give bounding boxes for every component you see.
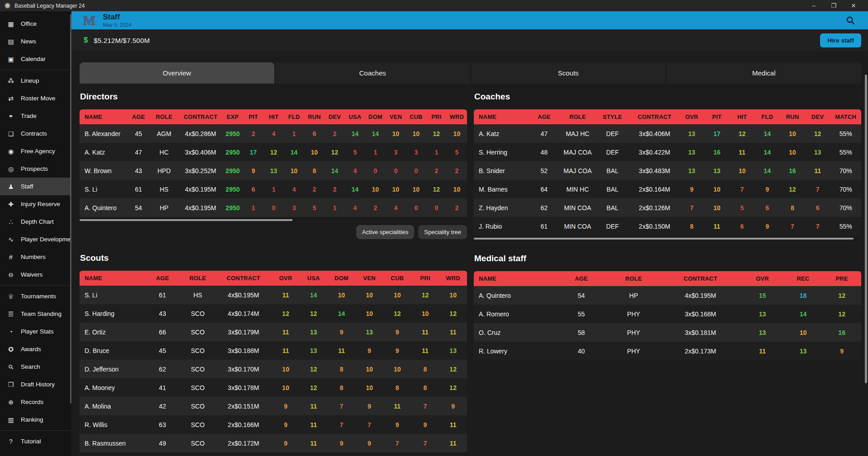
table-row[interactable]: S. Li61HS4x$0.195M295061422141010101210 (80, 180, 467, 198)
column-header-dom[interactable]: DOM (327, 271, 355, 286)
table-row[interactable]: D. Jefferson62SCO3x$0.170M101281010812 (80, 360, 467, 378)
column-header-pre[interactable]: PRE (822, 271, 861, 286)
column-header-style[interactable]: STYLE (595, 109, 630, 124)
column-header-name[interactable]: NAME (474, 109, 528, 124)
column-header-role[interactable]: ROLE (560, 109, 595, 124)
column-header-ven[interactable]: VEN (355, 271, 383, 286)
tab-medical[interactable]: Medical (666, 62, 861, 84)
sidebar-item-prospects[interactable]: ◎Prospects (0, 160, 71, 178)
table-row[interactable]: E. Ortiz66SCO3x$0.179M111391391111 (80, 323, 467, 341)
table-row[interactable]: B. Snider52MAJ COABAL3x$0.483M1313101416… (474, 161, 861, 180)
sidebar-item-team-standing[interactable]: ☰Team Standing (0, 305, 71, 323)
sidebar-item-player-stats[interactable]: ◔Player Stats (0, 323, 71, 340)
column-header-usa[interactable]: USA (300, 271, 328, 286)
column-header-pit[interactable]: PIT (243, 109, 264, 124)
sidebar-item-awards[interactable]: ✪Awards (0, 340, 71, 358)
coaches-hscrollbar[interactable] (474, 238, 854, 240)
column-header-dev[interactable]: DEV (325, 109, 345, 124)
table-row[interactable]: S. Harding43SCO4x$0.174M12121410121012 (80, 304, 467, 323)
tab-coaches[interactable]: Coaches (275, 62, 471, 84)
sidebar-item-numbers[interactable]: #Numbers (0, 248, 71, 266)
column-header-name[interactable]: NAME (80, 109, 127, 124)
column-header-match[interactable]: MATCH (830, 109, 861, 124)
table-row[interactable]: R. Willis63SCO2x$0.166M911779911 (80, 415, 467, 434)
column-header-fld[interactable]: FLD (755, 109, 780, 124)
table-row[interactable]: A. Romero55PHY3x$0.168M131412 (474, 305, 861, 323)
column-header-cub[interactable]: CUB (406, 109, 426, 124)
table-row[interactable]: A. Molina42SCO2x$0.151M911791179 (80, 397, 467, 415)
table-row[interactable]: O. Cruz58PHY3x$0.181M131016 (474, 323, 861, 342)
column-header-contract[interactable]: CONTRACT (179, 109, 222, 124)
column-header-ovr[interactable]: OVR (741, 271, 783, 286)
column-header-exp[interactable]: EXP (222, 109, 243, 124)
close-button[interactable]: ✕ (844, 2, 863, 9)
minimize-button[interactable]: – (804, 2, 824, 9)
table-row[interactable]: S. Li61HS4x$0.195M11141010101210 (80, 286, 467, 304)
column-header-dom[interactable]: DOM (365, 109, 386, 124)
search-icon[interactable] (844, 14, 856, 26)
column-header-dev[interactable]: DEV (805, 109, 830, 124)
content-scrollbar[interactable] (865, 75, 867, 383)
table-row[interactable]: B. Alexander45AGM4x$0.286M29502416214141… (80, 124, 467, 143)
column-header-fld[interactable]: FLD (284, 109, 304, 124)
column-header-contract[interactable]: CONTRACT (630, 109, 679, 124)
column-header-name[interactable]: NAME (80, 271, 145, 286)
sidebar-item-staff[interactable]: ♟Staff (0, 178, 71, 195)
column-header-run[interactable]: RUN (304, 109, 325, 124)
table-row[interactable]: A. Katz47HC3x$0.406M29501712141012513315 (80, 143, 467, 161)
table-row[interactable]: A. Quintero54HP4x$0.195M295010351424002 (80, 198, 467, 217)
column-header-pri[interactable]: PRI (426, 109, 447, 124)
table-row[interactable]: B. Rasmussen49SCO2x$0.172M911997711 (80, 434, 467, 452)
column-header-ovr[interactable]: OVR (272, 271, 300, 286)
column-header-role[interactable]: ROLE (180, 271, 215, 286)
sidebar-item-lineup[interactable]: ⁂Lineup (0, 72, 71, 89)
table-row[interactable]: D. Bruce45SCO3x$0.188M111311991113 (80, 341, 467, 360)
table-row[interactable]: J. Rubio61MIN COADEF2x$0.150M811697755% (474, 217, 861, 235)
sidebar-item-feedback[interactable]: ❞Feedback (0, 450, 71, 456)
table-row[interactable]: A. Mooney41SCO3x$0.178M10128108812 (80, 378, 467, 397)
sidebar-item-contracts[interactable]: ❏Contracts (0, 125, 71, 142)
sidebar-item-depth-chart[interactable]: ∴Depth Chart (0, 213, 71, 230)
sidebar-item-search[interactable]: ⚲Search (0, 358, 71, 376)
column-header-age[interactable]: AGE (127, 109, 149, 124)
column-header-usa[interactable]: USA (345, 109, 365, 124)
sidebar-item-office[interactable]: ▦Office (0, 15, 71, 33)
column-header-hit[interactable]: HIT (730, 109, 755, 124)
table-row[interactable]: Z. Hayden62MIN COABAL2x$0.126M710568670% (474, 198, 861, 217)
sidebar-item-records[interactable]: ⊕Records (0, 393, 71, 411)
table-row[interactable]: A. Katz47MAJ HCDEF3x$0.406M1317121410125… (474, 124, 861, 143)
hire-staff-button[interactable]: Hire staff (820, 33, 861, 47)
sidebar-item-tournaments[interactable]: ♕Tournaments (0, 287, 71, 305)
sidebar-item-waivers[interactable]: ⊖Waivers (0, 266, 71, 283)
sidebar-item-trade[interactable]: ⚭Trade (0, 107, 71, 125)
column-header-ovr[interactable]: OVR (679, 109, 704, 124)
column-header-role[interactable]: ROLE (608, 271, 660, 286)
sidebar-item-injury-reserve[interactable]: ✚Injury Reserve (0, 195, 71, 213)
column-header-ven[interactable]: VEN (386, 109, 406, 124)
sidebar-item-news[interactable]: ▤News (0, 33, 71, 50)
column-header-wrd[interactable]: WRD (439, 271, 467, 286)
tab-scouts[interactable]: Scouts (471, 62, 667, 84)
column-header-role[interactable]: ROLE (149, 109, 179, 124)
active-specialities-button[interactable]: Active specialities (356, 225, 415, 239)
column-header-rec[interactable]: REC (784, 271, 823, 286)
sidebar-item-tutorial[interactable]: ?Tutorial (0, 432, 71, 450)
column-header-name[interactable]: NAME (474, 271, 555, 286)
sidebar-item-draft-history[interactable]: ❒Draft History (0, 376, 71, 393)
table-row[interactable]: A. Quintero54HP4x$0.195M151812 (474, 286, 861, 305)
column-header-pit[interactable]: PIT (704, 109, 730, 124)
column-header-hit[interactable]: HIT (264, 109, 284, 124)
column-header-age[interactable]: AGE (528, 109, 560, 124)
table-row[interactable]: R. Lowery40PHY2x$0.173M11139 (474, 342, 861, 360)
column-header-pri[interactable]: PRI (411, 271, 439, 286)
column-header-age[interactable]: AGE (145, 271, 180, 286)
table-row[interactable]: S. Herring48MAJ COADEF3x$0.422M131611141… (474, 143, 861, 161)
table-row[interactable]: M. Barnes64MIN HCBAL2x$0.164M9107912770% (474, 180, 861, 198)
tab-overview[interactable]: Overview (80, 62, 275, 84)
column-header-age[interactable]: AGE (555, 271, 608, 286)
sidebar-item-ranking[interactable]: ▥Ranking (0, 411, 71, 428)
speciality-tree-button[interactable]: Speciality tree (418, 225, 467, 239)
column-header-cub[interactable]: CUB (383, 271, 411, 286)
table-row[interactable]: W. Brown43HPD3x$0.252M295091310814400022 (80, 161, 467, 180)
column-header-run[interactable]: RUN (780, 109, 805, 124)
